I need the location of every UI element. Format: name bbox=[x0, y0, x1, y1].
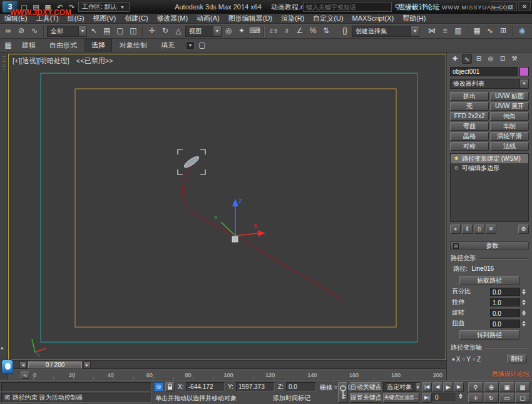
reference-coordinate-dropdown[interactable]: 视图 ▼ bbox=[185, 26, 222, 37]
time-slider-track[interactable]: ◂ 0 / 200 ▸ bbox=[8, 360, 446, 369]
modifier-button-ffd[interactable]: FFD 2x2x2 bbox=[450, 112, 489, 121]
axis-y-radio[interactable]: ○ Y bbox=[463, 356, 471, 363]
select-and-scale-icon[interactable]: △ bbox=[172, 25, 185, 38]
selection-filter-dropdown[interactable]: 全部 ▼ bbox=[47, 26, 87, 37]
flip-button[interactable]: 翻转 bbox=[507, 355, 527, 363]
menu-tools[interactable]: 工具(T) bbox=[32, 14, 63, 23]
tab-hierarchy-icon[interactable]: ⊟ bbox=[474, 54, 484, 64]
select-and-manipulate-icon[interactable]: ✦ bbox=[235, 25, 248, 38]
pan-view-icon[interactable]: ✛ bbox=[468, 393, 483, 403]
percent-snap-icon[interactable]: % bbox=[307, 25, 319, 38]
set-key-button[interactable]: 设置关键点 bbox=[350, 393, 381, 403]
snap-toggle-3-icon[interactable]: 3 bbox=[280, 25, 293, 38]
modifier-button-normal[interactable]: 法线 bbox=[490, 142, 529, 151]
minimize-button[interactable]: — bbox=[491, 1, 503, 11]
redo-icon[interactable]: ↷ bbox=[66, 2, 77, 13]
selection-region-icon[interactable]: ▢ bbox=[114, 25, 126, 38]
use-pivot-center-icon[interactable]: ◎ bbox=[222, 25, 235, 38]
pick-path-button[interactable]: 拾取路径 bbox=[459, 276, 519, 285]
axis-x-radio[interactable]: ● X bbox=[452, 356, 461, 363]
mini-curve-editor-icon[interactable]: ∿ bbox=[21, 371, 29, 379]
menu-modifiers[interactable]: 修改器(M) bbox=[153, 14, 193, 23]
spinner-arrows[interactable] bbox=[521, 288, 527, 295]
object-name-field[interactable]: object001 bbox=[450, 67, 518, 76]
spinner-arrows[interactable] bbox=[521, 310, 527, 316]
ribbon-tab-freeform[interactable]: 自由形式 bbox=[43, 39, 83, 52]
set-keys-button[interactable] bbox=[338, 382, 348, 403]
mirror-icon[interactable]: ⋈ bbox=[426, 25, 438, 38]
ribbon-tab-object-paint[interactable]: 对象绘制 bbox=[113, 39, 153, 52]
schematic-view-icon[interactable]: ⊞ bbox=[497, 25, 509, 38]
current-frame-field[interactable]: 0 bbox=[432, 393, 456, 402]
viewport-canvas[interactable]: X Y Z bbox=[9, 54, 446, 360]
add-time-tag[interactable]: 添加时间标记 bbox=[273, 394, 310, 403]
zoom-extents-all-icon[interactable]: ▦ bbox=[515, 382, 530, 392]
previous-frame-icon[interactable]: ◀ bbox=[432, 382, 442, 392]
tab-display-icon[interactable]: ⊡ bbox=[498, 54, 508, 64]
menu-help[interactable]: 帮助(H) bbox=[398, 14, 430, 23]
toolbar-grip[interactable] bbox=[3, 56, 6, 70]
help-icon[interactable]: ? bbox=[419, 2, 429, 13]
tab-create-icon[interactable]: ✚ bbox=[450, 54, 460, 64]
twist-value-field[interactable]: 0.0 bbox=[490, 320, 520, 328]
ribbon-show-hide-icon[interactable]: ▦ bbox=[2, 40, 14, 51]
lightbulb-icon[interactable]: ⊙ bbox=[453, 165, 459, 171]
key-mode-dropdown[interactable]: 选定对象 ▼ bbox=[383, 382, 419, 392]
auto-key-button[interactable]: 自动关键点 bbox=[350, 382, 381, 392]
time-slider-handle[interactable]: 0 / 200 bbox=[28, 361, 82, 368]
angle-snap-icon[interactable]: ∠ bbox=[294, 25, 306, 38]
favorites-star-icon[interactable]: ★ bbox=[408, 2, 419, 13]
ribbon-minimize-arrow-icon[interactable]: ▼ bbox=[186, 41, 195, 50]
undo-icon[interactable]: ↶ bbox=[54, 2, 65, 13]
tab-motion-icon[interactable]: ◎ bbox=[486, 54, 496, 64]
search-input[interactable] bbox=[303, 2, 392, 12]
zoom-region-icon[interactable]: ▭ bbox=[499, 393, 514, 403]
viewport-label[interactable]: [+][透视][明暗处理] <<已禁用>> bbox=[13, 56, 113, 66]
zoom-all-icon[interactable]: ⊕ bbox=[484, 382, 499, 392]
isolate-selection-toggle-icon[interactable]: ◎ bbox=[154, 382, 163, 391]
application-menu-button[interactable]: 3 bbox=[3, 1, 18, 13]
z-coord-field[interactable]: 0.0 bbox=[286, 382, 316, 391]
layer-manager-icon[interactable]: ▥ bbox=[452, 25, 464, 38]
select-and-move-icon[interactable]: ✛ bbox=[146, 25, 158, 38]
expand-arrow-icon[interactable]: ▸ bbox=[1, 345, 4, 351]
modifier-button-turbosmooth[interactable]: 涡轮平滑 bbox=[490, 132, 529, 141]
material-editor-icon[interactable]: ◉ bbox=[516, 25, 528, 38]
menu-customize[interactable]: 自定义(U) bbox=[309, 14, 347, 23]
make-unique-icon[interactable]: ▯ bbox=[474, 225, 484, 234]
menu-maxscript[interactable]: MAXScript(X) bbox=[348, 14, 399, 23]
menu-group[interactable]: 组(G) bbox=[63, 14, 89, 23]
menu-graph-editors[interactable]: 图形编辑器(D) bbox=[224, 14, 277, 23]
modifier-button-chamfer[interactable]: 倒角 bbox=[490, 112, 529, 121]
parameters-rollout-header[interactable]: − 参数 bbox=[450, 241, 529, 250]
x-coord-field[interactable]: -644.172 bbox=[186, 382, 225, 391]
rotation-value-field[interactable]: 0.0 bbox=[490, 309, 520, 317]
scene-object[interactable] bbox=[183, 154, 200, 169]
menu-animation[interactable]: 动画(A) bbox=[192, 14, 224, 23]
goto-start-icon[interactable]: |◀ bbox=[422, 382, 432, 392]
maximize-button[interactable]: □ bbox=[504, 1, 517, 11]
pin-stack-icon[interactable]: ⌖ bbox=[450, 225, 461, 234]
stretch-value-field[interactable]: 1.0 bbox=[490, 298, 520, 306]
ribbon-tab-selection[interactable]: 选择 bbox=[84, 39, 112, 52]
gizmo-center-handle[interactable] bbox=[232, 236, 238, 242]
next-frame-arrow-icon[interactable]: ▸ bbox=[83, 361, 91, 368]
search-icon[interactable]: ⚲ bbox=[392, 2, 402, 12]
perspective-viewport[interactable]: [+][透视][明暗处理] <<已禁用>> bbox=[8, 54, 446, 360]
modifier-button-unwrap-uvw[interactable]: UVW 展开 bbox=[490, 102, 529, 111]
open-file-icon[interactable]: ▤ bbox=[31, 2, 41, 13]
ribbon-tab-modeling[interactable]: 建模 bbox=[16, 39, 42, 52]
unlink-selection-icon[interactable]: ⊘ bbox=[15, 25, 28, 38]
gizmo-z-arrow[interactable] bbox=[232, 199, 238, 206]
modifier-button-uvw-map[interactable]: UVW 贴图 bbox=[490, 92, 529, 101]
keyboard-override-icon[interactable]: ⌨ bbox=[248, 25, 261, 38]
modifier-button-lattice[interactable]: 晶格 bbox=[450, 132, 489, 141]
orbit-icon[interactable]: ↻ bbox=[484, 393, 499, 403]
select-and-rotate-icon[interactable]: ↻ bbox=[159, 25, 171, 38]
previous-frame-arrow-icon[interactable]: ◂ bbox=[19, 361, 27, 368]
zoom-icon[interactable]: ⚲ bbox=[468, 382, 483, 392]
tab-utilities-icon[interactable]: ⚒ bbox=[509, 54, 519, 64]
gizmo-x-axis[interactable] bbox=[235, 233, 258, 236]
render-setup-icon[interactable]: ⚙ bbox=[529, 25, 532, 38]
menu-create[interactable]: 创建(C) bbox=[120, 14, 152, 23]
